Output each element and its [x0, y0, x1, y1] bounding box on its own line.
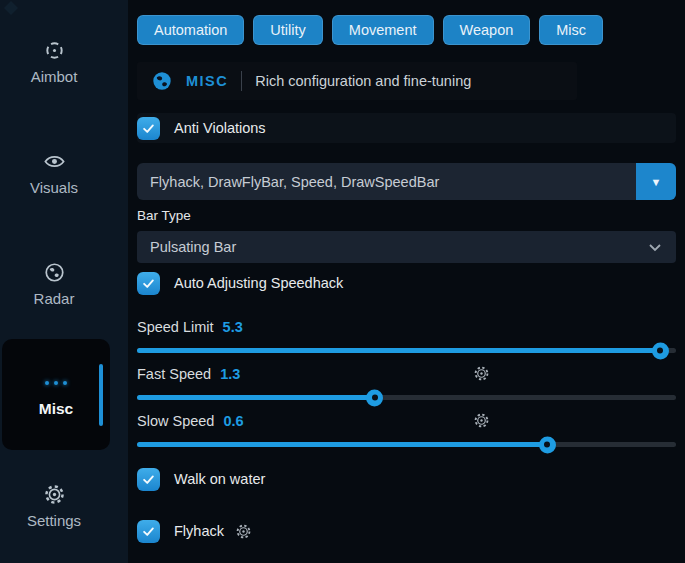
bars-multiselect[interactable]: Flyhack, DrawFlyBar, Speed, DrawSpeedBar… — [137, 163, 676, 200]
sidebar-item-settings[interactable]: Settings — [0, 450, 108, 561]
slider-fill — [137, 442, 547, 447]
bar-type-select[interactable]: Pulsating Bar — [137, 231, 676, 263]
sidebar-item-aimbot[interactable]: Aimbot — [0, 6, 108, 117]
slider-fill — [137, 348, 660, 353]
anti-violations-checkbox[interactable] — [137, 117, 160, 140]
active-indicator — [99, 364, 103, 426]
select-value: Pulsating Bar — [150, 239, 236, 255]
tab-utility[interactable]: Utility — [253, 15, 322, 45]
slow-speed-slider-track[interactable] — [137, 442, 676, 447]
chevron-down-icon — [647, 239, 663, 255]
check-icon — [141, 276, 156, 291]
fast-speed-slider-group: Fast Speed 1.3 — [137, 365, 676, 400]
speed-limit-slider-group: Speed Limit 5.3 — [137, 318, 676, 353]
slow-speed-slider-group: Slow Speed 0.6 — [137, 412, 676, 447]
app-window: Aimbot Visuals Radar Misc Settings — [0, 0, 685, 563]
sidebar-item-label: Visuals — [30, 179, 78, 196]
fast-speed-slider-track[interactable] — [137, 395, 676, 400]
tab-automation[interactable]: Automation — [137, 15, 244, 45]
gear-icon[interactable] — [473, 412, 490, 429]
checkbox-label: Auto Adjusting Speedhack — [174, 275, 343, 291]
tab-weapon[interactable]: Weapon — [443, 15, 531, 45]
auto-adjusting-speedhack-checkbox[interactable] — [137, 272, 160, 295]
section-title: MISC — [186, 73, 228, 89]
triangle-down-icon: ▼ — [651, 176, 662, 188]
check-icon — [141, 472, 156, 487]
check-icon — [141, 524, 156, 539]
speed-limit-slider-track[interactable] — [137, 348, 676, 353]
multiselect-value: Flyhack, DrawFlyBar, Speed, DrawSpeedBar — [137, 174, 636, 190]
sidebar-item-radar[interactable]: Radar — [0, 228, 108, 339]
sidebar-item-label: Radar — [34, 290, 75, 307]
checkbox-label: Anti Violations — [174, 120, 266, 136]
category-tabs: Automation Utility Movement Weapon Misc — [137, 15, 676, 45]
slider-value: 1.3 — [220, 366, 240, 382]
bar-type-label: Bar Type — [137, 208, 676, 223]
slider-value: 5.3 — [223, 319, 243, 335]
slider-label: Slow Speed — [137, 413, 214, 429]
slider-thumb[interactable] — [652, 342, 669, 359]
tab-misc[interactable]: Misc — [539, 15, 603, 45]
auto-adjusting-speedhack-row: Auto Adjusting Speedhack — [137, 270, 676, 296]
slider-label: Fast Speed — [137, 366, 211, 382]
ellipsis-icon — [45, 371, 67, 394]
section-header: MISC Rich configuration and fine-tuning — [137, 62, 577, 100]
section-subtitle: Rich configuration and fine-tuning — [255, 73, 471, 89]
main-panel: Automation Utility Movement Weapon Misc … — [128, 0, 685, 563]
flyhack-row: Flyhack — [137, 516, 676, 546]
flyhack-checkbox[interactable] — [137, 520, 160, 543]
gear-icon — [43, 483, 66, 506]
eye-icon — [43, 150, 66, 173]
crosshair-icon — [43, 39, 66, 62]
anti-violations-row: Anti Violations — [137, 113, 676, 143]
checkbox-label: Flyhack — [174, 523, 224, 539]
walk-on-water-checkbox[interactable] — [137, 468, 160, 491]
slider-label: Speed Limit — [137, 319, 214, 335]
sidebar-item-label: Aimbot — [31, 68, 78, 85]
walk-on-water-row: Walk on water — [137, 464, 676, 494]
check-icon — [141, 121, 156, 136]
sidebar-item-label: Misc — [39, 400, 73, 418]
globe-icon — [151, 70, 173, 92]
sidebar: Aimbot Visuals Radar Misc Settings — [0, 0, 128, 563]
checkbox-label: Walk on water — [174, 471, 265, 487]
globe-icon — [43, 261, 66, 284]
sidebar-item-misc[interactable]: Misc — [2, 339, 110, 450]
slider-fill — [137, 395, 374, 400]
gear-icon[interactable] — [235, 523, 252, 540]
slider-thumb[interactable] — [539, 436, 556, 453]
gear-icon[interactable] — [473, 365, 490, 382]
tab-movement[interactable]: Movement — [332, 15, 434, 45]
divider — [241, 71, 242, 91]
sidebar-item-label: Settings — [27, 512, 81, 529]
slider-value: 0.6 — [223, 413, 243, 429]
multiselect-dropdown-button[interactable]: ▼ — [636, 163, 676, 200]
sidebar-item-visuals[interactable]: Visuals — [0, 117, 108, 228]
slider-thumb[interactable] — [366, 389, 383, 406]
